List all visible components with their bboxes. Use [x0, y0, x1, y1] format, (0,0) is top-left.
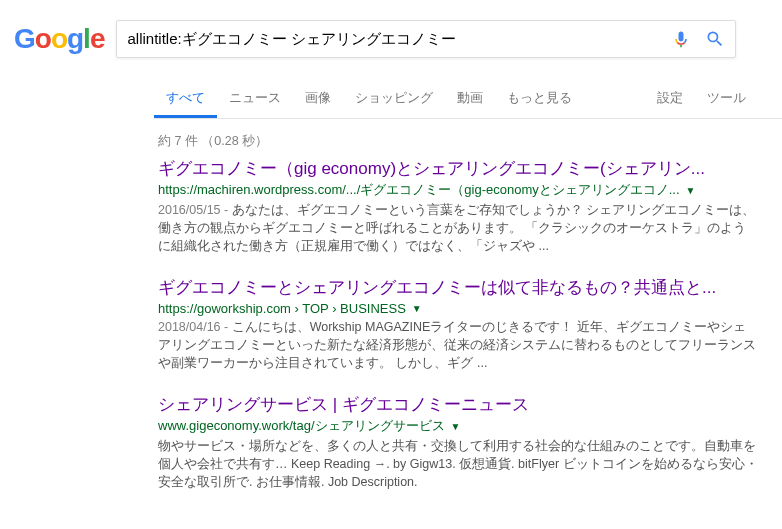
result-stats: 約 7 件 （0.28 秒） — [158, 119, 782, 158]
google-logo[interactable]: Google — [14, 23, 104, 55]
tab-all[interactable]: すべて — [154, 80, 217, 118]
search-results: ギグエコノミー（gig economy)とシェアリングエコノミー(シェアリン..… — [158, 158, 758, 491]
result-item: ギグエコノミーとシェアリングエコノミーは似て非なるもの？共通点と... http… — [158, 277, 758, 371]
tab-more[interactable]: もっと見る — [495, 80, 584, 118]
result-url[interactable]: https://machiren.wordpress.com/.../ギグエコノ… — [158, 181, 758, 199]
result-title[interactable]: シェアリングサービス | ギグエコノミーニュース — [158, 394, 758, 416]
result-title[interactable]: ギグエコノミーとシェアリングエコノミーは似て非なるもの？共通点と... — [158, 277, 758, 299]
tab-videos[interactable]: 動画 — [445, 80, 495, 118]
search-icon[interactable] — [705, 29, 725, 49]
dropdown-icon[interactable]: ▼ — [451, 421, 461, 432]
tabs-bar: すべて ニュース 画像 ショッピング 動画 もっと見る 設定 ツール — [154, 80, 782, 119]
search-box[interactable] — [116, 20, 736, 58]
tab-images[interactable]: 画像 — [293, 80, 343, 118]
dropdown-icon[interactable]: ▼ — [412, 303, 422, 314]
result-url[interactable]: https://goworkship.com › TOP › BUSINESS▼ — [158, 301, 758, 316]
tab-tools[interactable]: ツール — [695, 80, 758, 118]
search-input[interactable] — [127, 31, 671, 48]
dropdown-icon[interactable]: ▼ — [686, 185, 696, 196]
result-snippet: 2016/05/15 - あなたは、ギグエコノミーという言葉をご存知でしょうか？… — [158, 201, 758, 255]
result-snippet: 2018/04/16 - こんにちは、Workship MAGAZINEライター… — [158, 318, 758, 372]
result-title[interactable]: ギグエコノミー（gig economy)とシェアリングエコノミー(シェアリン..… — [158, 158, 758, 180]
result-item: ギグエコノミー（gig economy)とシェアリングエコノミー(シェアリン..… — [158, 158, 758, 255]
tab-shopping[interactable]: ショッピング — [343, 80, 445, 118]
result-item: シェアリングサービス | ギグエコノミーニュース www.gigeconomy.… — [158, 394, 758, 491]
tab-news[interactable]: ニュース — [217, 80, 293, 118]
mic-icon[interactable] — [671, 29, 691, 49]
tab-settings[interactable]: 設定 — [645, 80, 695, 118]
result-snippet: 物やサービス・場所などを、多くの人と共有・交換して利用する社会的な仕組みのことで… — [158, 437, 758, 491]
result-url[interactable]: www.gigeconomy.work/tag/シェアリングサービス▼ — [158, 417, 758, 435]
